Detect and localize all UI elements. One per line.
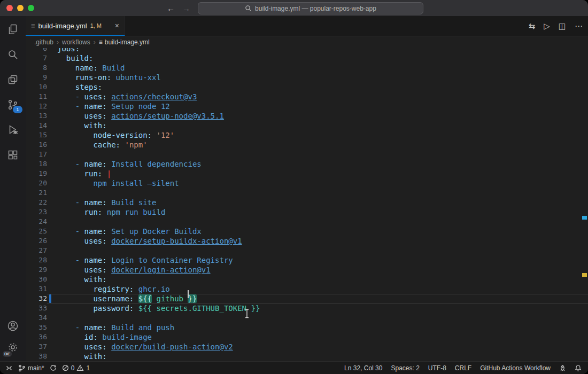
- code-line-17[interactable]: 17: [26, 150, 588, 159]
- code-text: - name: Build and push: [47, 323, 588, 332]
- line-col-indicator[interactable]: Ln 32, Col 30: [344, 364, 382, 372]
- breadcrumb-segment-github[interactable]: .github: [34, 38, 53, 46]
- code-text: uses: docker/setup-buildx-action@v1: [47, 236, 588, 246]
- code-line-6[interactable]: 6jobs:: [26, 48, 588, 53]
- tab-label: build-image.yml: [38, 22, 87, 30]
- line-number: 14: [26, 121, 47, 130]
- code-text: - uses: actions/checkout@v3: [47, 92, 588, 102]
- window-title: build-image.yml — popular-repos-web-app: [255, 5, 376, 12]
- split-editor-icon[interactable]: ◫: [559, 21, 566, 31]
- notifications-bell-icon[interactable]: [575, 364, 582, 372]
- code-line-10[interactable]: 10 steps:: [26, 82, 588, 92]
- run-workflow-icon[interactable]: ▷: [544, 21, 550, 31]
- code-line-37[interactable]: 37 uses: docker/build-push-action@v2: [26, 342, 588, 352]
- remote-indicator[interactable]: [5, 364, 13, 372]
- code-line-9[interactable]: 9 runs-on: ubuntu-xxl: [26, 73, 588, 82]
- forward-arrow-icon[interactable]: →: [182, 4, 190, 13]
- code-text: - name: Build site: [47, 198, 588, 207]
- run-and-debug-icon[interactable]: [6, 123, 19, 136]
- indentation-indicator[interactable]: Spaces: 2: [391, 364, 419, 372]
- code-line-33[interactable]: 33 password: ${{ secrets.GITHUB_TOKEN }}: [26, 303, 588, 313]
- encoding-indicator[interactable]: UTF-8: [428, 364, 446, 372]
- command-center-search[interactable]: build-image.yml — popular-repos-web-app: [198, 2, 423, 14]
- editor-actions: ⇆▷◫⋯: [529, 16, 583, 36]
- code-line-21[interactable]: 21: [26, 188, 588, 198]
- code-line-14[interactable]: 14 with:: [26, 121, 588, 130]
- code-line-16[interactable]: 16 cache: 'npm': [26, 140, 588, 150]
- tab-build-image-yml[interactable]: ≡ build-image.yml 1, M ×: [26, 16, 125, 36]
- editor-lines: 6jobs:7 build:8 name: Build9 runs-on: ub…: [26, 48, 588, 361]
- activity-bar: 1 DE: [0, 16, 26, 361]
- line-number: 6: [26, 48, 47, 53]
- line-number: 18: [26, 159, 47, 169]
- code-line-32[interactable]: 32 username: ${{ github }}: [26, 294, 588, 303]
- line-number: 9: [26, 73, 47, 82]
- minimize-button[interactable]: [17, 5, 24, 11]
- code-line-38[interactable]: 38 with:: [26, 352, 588, 361]
- code-line-24[interactable]: 24: [26, 217, 588, 227]
- code-line-12[interactable]: 12 - name: Setup node 12: [26, 102, 588, 111]
- code-line-23[interactable]: 23 run: npm run build: [26, 207, 588, 217]
- more-actions-icon[interactable]: ⋯: [575, 21, 583, 31]
- code-line-28[interactable]: 28 - name: Login to Container Registry: [26, 255, 588, 265]
- breadcrumb-segment-workflows[interactable]: workflows: [62, 38, 90, 46]
- code-text: cache: 'npm': [47, 140, 588, 150]
- close-button[interactable]: [6, 5, 13, 11]
- code-line-8[interactable]: 8 name: Build: [26, 63, 588, 73]
- code-text: node-version: '12': [47, 130, 588, 140]
- git-branch-item[interactable]: main*: [18, 364, 44, 372]
- line-number: 36: [26, 332, 47, 342]
- overview-mark-warning: [582, 273, 587, 277]
- code-line-31[interactable]: 31 registry: ghcr.io: [26, 284, 588, 294]
- source-control-icon[interactable]: 1: [6, 98, 19, 111]
- tab-close-icon[interactable]: ×: [115, 21, 119, 30]
- line-number: 17: [26, 150, 47, 159]
- line-number: 25: [26, 227, 47, 236]
- back-arrow-icon[interactable]: ←: [167, 4, 175, 13]
- code-text: username: ${{ github }}: [47, 294, 588, 303]
- breadcrumb-segment-file[interactable]: ≡ build-image.yml: [99, 38, 150, 46]
- search-sidebar-icon[interactable]: [6, 48, 19, 61]
- zoom-button[interactable]: [28, 5, 34, 11]
- overlapping-squares-icon[interactable]: [6, 73, 19, 86]
- code-line-20[interactable]: 20 npm install —silent: [26, 178, 588, 188]
- code-line-18[interactable]: 18 - name: Install dependencies: [26, 159, 588, 169]
- scm-changes-badge: 1: [13, 106, 22, 113]
- line-number: 7: [26, 53, 47, 63]
- sync-changes-item[interactable]: [50, 364, 57, 371]
- problems-item[interactable]: 0 1: [62, 364, 90, 372]
- eol-indicator[interactable]: CRLF: [455, 364, 471, 372]
- compare-changes-icon[interactable]: ⇆: [529, 21, 536, 31]
- settings-gear-icon[interactable]: DE: [6, 341, 19, 354]
- code-line-34[interactable]: 34: [26, 313, 588, 323]
- line-number: 16: [26, 140, 47, 150]
- editor-pane[interactable]: 6jobs:7 build:8 name: Build9 runs-on: ub…: [26, 48, 588, 361]
- code-text: [47, 150, 588, 159]
- rocket-icon[interactable]: [559, 364, 566, 372]
- code-line-35[interactable]: 35 - name: Build and push: [26, 323, 588, 332]
- language-mode-indicator[interactable]: GitHub Actions Workflow: [480, 364, 551, 372]
- code-line-22[interactable]: 22 - name: Build site: [26, 198, 588, 207]
- code-line-26[interactable]: 26 uses: docker/setup-buildx-action@v1: [26, 236, 588, 246]
- account-icon[interactable]: [6, 320, 19, 332]
- code-line-7[interactable]: 7 build:: [26, 53, 588, 63]
- code-line-25[interactable]: 25 - name: Set up Docker Buildx: [26, 227, 588, 236]
- extensions-icon[interactable]: [6, 149, 19, 161]
- sync-icon: [50, 364, 57, 371]
- code-line-27[interactable]: 27: [26, 246, 588, 255]
- line-number: 15: [26, 130, 47, 140]
- code-line-29[interactable]: 29 uses: docker/login-action@v1: [26, 265, 588, 275]
- code-line-15[interactable]: 15 node-version: '12': [26, 130, 588, 140]
- code-line-36[interactable]: 36 id: build-image: [26, 332, 588, 342]
- line-number: 23: [26, 207, 47, 217]
- code-line-13[interactable]: 13 uses: actions/setup-node@v3.5.1: [26, 111, 588, 121]
- explorer-icon[interactable]: [6, 23, 19, 36]
- code-text: password: ${{ secrets.GITHUB_TOKEN }}: [47, 303, 588, 313]
- code-line-19[interactable]: 19 run: |: [26, 169, 588, 178]
- line-number: 27: [26, 246, 47, 255]
- line-number: 28: [26, 255, 47, 265]
- code-line-30[interactable]: 30 with:: [26, 275, 588, 284]
- line-number: 30: [26, 275, 47, 284]
- code-line-11[interactable]: 11 - uses: actions/checkout@v3: [26, 92, 588, 102]
- code-text: steps:: [47, 82, 588, 92]
